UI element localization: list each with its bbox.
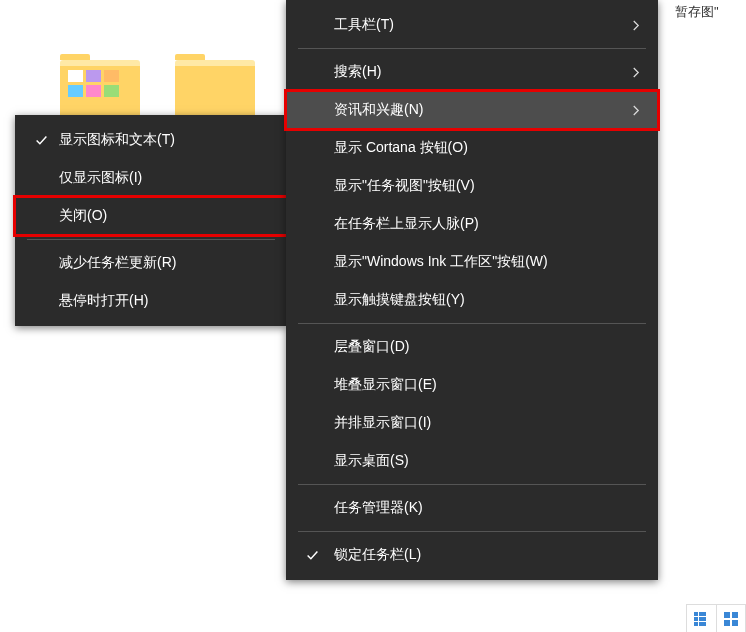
mainmenu-item[interactable]: 并排显示窗口(I)	[286, 404, 658, 442]
mainmenu-separator	[298, 323, 646, 324]
mainmenu-item[interactable]: 显示 Cortana 按钮(O)	[286, 129, 658, 167]
mainmenu-item[interactable]: 任务管理器(K)	[286, 489, 658, 527]
menu-item-label: 搜索(H)	[334, 63, 630, 81]
mainmenu-separator	[298, 48, 646, 49]
mainmenu-item[interactable]: 显示触摸键盘按钮(Y)	[286, 281, 658, 319]
mainmenu-item[interactable]: 锁定任务栏(L)	[286, 536, 658, 574]
mainmenu-item[interactable]: 显示桌面(S)	[286, 442, 658, 480]
menu-item-label: 减少任务栏更新(R)	[59, 254, 259, 272]
view-large-icons-button[interactable]	[717, 605, 747, 632]
menu-item-label: 仅显示图标(I)	[59, 169, 259, 187]
details-view-icon	[694, 612, 708, 626]
submenu-item[interactable]: 仅显示图标(I)	[15, 159, 287, 197]
menu-item-label: 资讯和兴趣(N)	[334, 101, 630, 119]
menu-item-label: 显示触摸键盘按钮(Y)	[334, 291, 630, 309]
menu-item-label: 堆叠显示窗口(E)	[334, 376, 630, 394]
mainmenu-item[interactable]: 显示"Windows Ink 工作区"按钮(W)	[286, 243, 658, 281]
chevron-right-icon	[630, 104, 642, 117]
submenu-item[interactable]: 减少任务栏更新(R)	[15, 244, 287, 282]
submenu-item[interactable]: 悬停时打开(H)	[15, 282, 287, 320]
chevron-right-icon	[630, 19, 642, 32]
mainmenu-item[interactable]: 层叠窗口(D)	[286, 328, 658, 366]
taskbar-context-menu: 工具栏(T)搜索(H)资讯和兴趣(N)显示 Cortana 按钮(O)显示"任务…	[286, 0, 658, 580]
check-icon	[35, 134, 59, 147]
menu-item-label: 层叠窗口(D)	[334, 338, 630, 356]
menu-item-label: 显示图标和文本(T)	[59, 131, 259, 149]
menu-item-label: 显示 Cortana 按钮(O)	[334, 139, 630, 157]
check-icon	[306, 549, 334, 562]
mainmenu-item[interactable]: 堆叠显示窗口(E)	[286, 366, 658, 404]
submenu-item[interactable]: 关闭(O)	[15, 197, 287, 235]
chevron-right-icon	[630, 66, 642, 79]
explorer-view-switch	[686, 604, 746, 632]
menu-item-label: 并排显示窗口(I)	[334, 414, 630, 432]
news-interests-submenu: 显示图标和文本(T)仅显示图标(I)关闭(O)减少任务栏更新(R)悬停时打开(H…	[15, 115, 287, 326]
background-file-label: 暂存图"	[675, 3, 719, 21]
view-details-button[interactable]	[687, 605, 717, 632]
mainmenu-separator	[298, 531, 646, 532]
submenu-separator	[27, 239, 275, 240]
mainmenu-item[interactable]: 资讯和兴趣(N)	[286, 91, 658, 129]
menu-item-label: 显示"Windows Ink 工作区"按钮(W)	[334, 253, 630, 271]
menu-item-label: 显示"任务视图"按钮(V)	[334, 177, 630, 195]
menu-item-label: 显示桌面(S)	[334, 452, 630, 470]
menu-item-label: 悬停时打开(H)	[59, 292, 259, 310]
mainmenu-item[interactable]: 工具栏(T)	[286, 6, 658, 44]
mainmenu-item[interactable]: 搜索(H)	[286, 53, 658, 91]
menu-item-label: 工具栏(T)	[334, 16, 630, 34]
mainmenu-item[interactable]: 显示"任务视图"按钮(V)	[286, 167, 658, 205]
large-icons-view-icon	[724, 612, 738, 626]
menu-item-label: 在任务栏上显示人脉(P)	[334, 215, 630, 233]
menu-item-label: 任务管理器(K)	[334, 499, 630, 517]
submenu-item[interactable]: 显示图标和文本(T)	[15, 121, 287, 159]
menu-item-label: 锁定任务栏(L)	[334, 546, 630, 564]
mainmenu-item[interactable]: 在任务栏上显示人脉(P)	[286, 205, 658, 243]
menu-item-label: 关闭(O)	[59, 207, 259, 225]
mainmenu-separator	[298, 484, 646, 485]
